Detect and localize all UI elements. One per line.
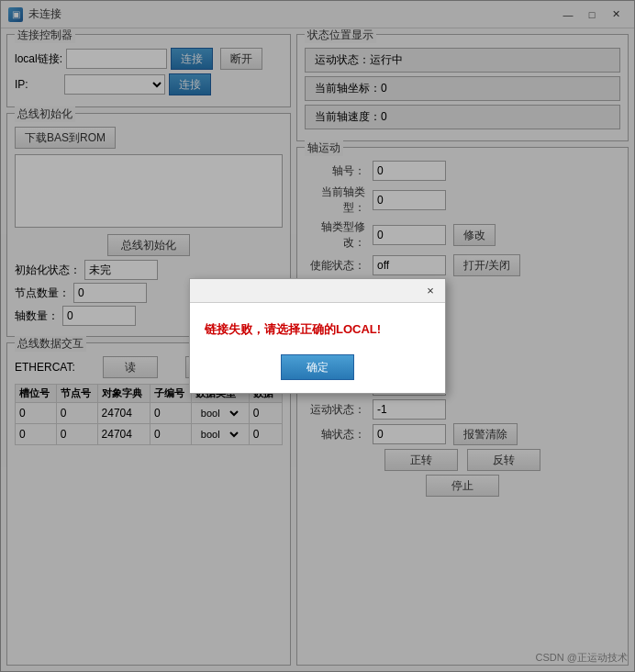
- modal-footer: 确定: [190, 347, 445, 393]
- modal-ok-button[interactable]: 确定: [281, 354, 354, 380]
- modal-dialog: × 链接失败，请选择正确的LOCAL! 确定: [189, 278, 446, 394]
- modal-body: 链接失败，请选择正确的LOCAL!: [190, 303, 445, 347]
- modal-titlebar: ×: [190, 279, 445, 303]
- modal-message: 链接失败，请选择正确的LOCAL!: [205, 321, 381, 338]
- modal-overlay: × 链接失败，请选择正确的LOCAL! 确定: [0, 0, 635, 672]
- modal-close-button[interactable]: ×: [421, 283, 440, 299]
